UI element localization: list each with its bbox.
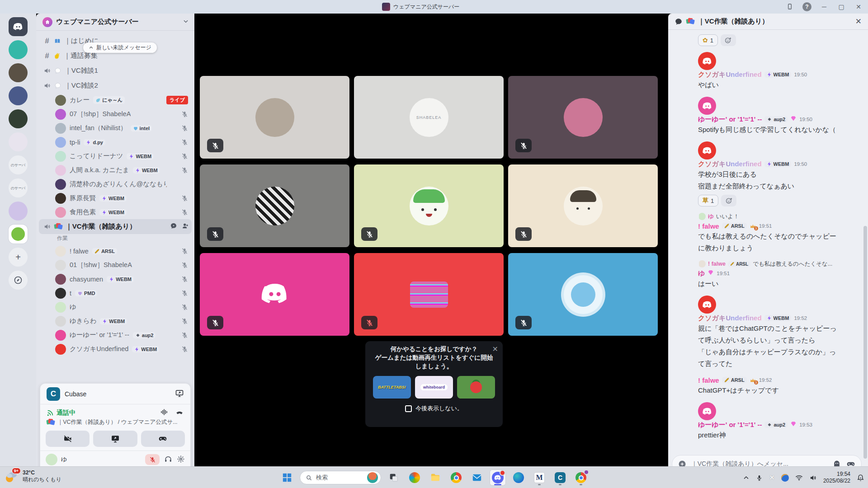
activity-thumbnail[interactable] (457, 376, 495, 399)
mic-muted-button[interactable] (145, 454, 160, 465)
server-icon[interactable] (9, 202, 28, 221)
participant-tile[interactable] (200, 253, 349, 336)
channel-chat-icon[interactable] (170, 222, 177, 231)
server-icon[interactable]: のサーバ (9, 155, 28, 174)
author-name[interactable]: ! falwe (698, 376, 719, 384)
participant-tile[interactable] (354, 253, 504, 336)
chat-message[interactable]: ゆいいよ！! falweARSL319:51でも私は教えるのへたくそなのでチャッ… (675, 212, 861, 254)
server-icon[interactable]: のサーバ (9, 178, 28, 197)
voice-member-row[interactable]: ゆ (39, 300, 192, 314)
chat-message[interactable]: ! falweARSLでも私は教えるのへたくそな...ゆ19:51はーい (675, 260, 861, 290)
server-icon[interactable] (9, 109, 28, 128)
participant-tile[interactable] (200, 76, 349, 159)
author-name[interactable]: ゆーゆー' or '1'='1' -- (698, 115, 762, 124)
help-icon[interactable]: ? (799, 1, 815, 13)
voice-member-row[interactable]: 人間 a.k.a. カニたまWEBM (39, 163, 192, 177)
tray-expand-icon[interactable] (743, 474, 750, 481)
edge-icon[interactable] (510, 469, 527, 486)
cubase-taskbar-icon[interactable]: C (552, 469, 568, 486)
avatar[interactable] (698, 402, 716, 420)
voice-member-row[interactable]: ! falweARSL (39, 244, 192, 258)
volume-icon[interactable] (809, 474, 817, 482)
avatar[interactable] (698, 97, 716, 115)
participant-tile[interactable] (508, 253, 658, 336)
chat-message[interactable]: ! falweARSL319:52ChatGPT+はチャップです (675, 375, 861, 396)
activity-thumbnail[interactable]: whiteboard (415, 376, 453, 399)
taskbar-weather-widget[interactable]: 9+ 32°C 晴れのちくもり (4, 469, 61, 484)
reaction-pill[interactable]: 草1 (698, 195, 718, 206)
wifi-icon[interactable] (795, 474, 803, 482)
chat-message[interactable]: クソガキUnderfinedWEBM19:52親に「巷ではChatGPTのことを… (675, 296, 861, 370)
activities-button[interactable] (141, 431, 185, 447)
voice-member-row[interactable]: こってりドーナツWEBM (39, 149, 192, 163)
voice-member-row[interactable]: 01［!shw］ShabeleA (39, 258, 192, 272)
server-icon[interactable] (9, 40, 28, 59)
add-reaction-button[interactable] (721, 195, 736, 206)
voice-member-row[interactable]: tPMD (39, 286, 192, 300)
stream-activity-icon[interactable] (175, 389, 184, 399)
close-icon[interactable]: ✕ (855, 17, 862, 26)
tray-app-ball-icon[interactable] (781, 474, 789, 482)
copilot-icon[interactable] (406, 469, 423, 486)
participant-tile[interactable] (200, 164, 349, 247)
chrome-icon[interactable] (448, 469, 464, 486)
channel-item[interactable]: ｜VC雑談2 (39, 78, 192, 93)
voice-member-row[interactable]: 食用色素WEBM (39, 205, 192, 219)
reaction-pill[interactable]: ✿1 (698, 34, 718, 46)
camera-off-button[interactable] (46, 431, 90, 447)
chat-message[interactable]: クソガキUnderfinedWEBM19:50やばい (675, 52, 861, 91)
close-icon[interactable]: ✕ (492, 345, 498, 353)
chrome-profile-icon[interactable] (573, 469, 589, 486)
mail-icon[interactable] (469, 469, 485, 486)
task-view-button[interactable] (386, 469, 402, 486)
voice-member-row[interactable]: intel_fan（Nihilist）intel (39, 121, 192, 135)
file-explorer-icon[interactable] (427, 469, 443, 486)
participant-tile[interactable] (508, 76, 658, 159)
add-server-button[interactable]: + (9, 248, 28, 267)
channel-item[interactable]: ｜VC作業（雑談あり） (39, 219, 192, 234)
author-name[interactable]: ゆ (698, 269, 705, 278)
chat-scrollbar[interactable] (863, 226, 867, 459)
voice-member-row[interactable]: ゆきらわWEBM (39, 314, 192, 328)
explore-servers-button[interactable] (9, 271, 28, 290)
new-unread-banner[interactable]: 新しい未読メッセージ (83, 42, 157, 53)
dont-show-again-checkbox[interactable] (405, 405, 412, 412)
voice-member-row[interactable]: クソガキUnderfinedWEBM (39, 342, 192, 356)
server-icon[interactable] (9, 132, 28, 151)
voice-member-row[interactable]: chasyumenWEBM (39, 272, 192, 286)
server-icon[interactable] (9, 63, 28, 82)
minimize-button[interactable]: ─ (816, 1, 832, 13)
voice-member-row[interactable]: カレーにゃ～んライブ (39, 93, 192, 107)
taskbar-search[interactable]: 検索 (300, 471, 381, 484)
voice-member-row[interactable]: 清楚枠のあざりんくん@ななもり。… (39, 177, 192, 191)
taskbar-clock[interactable]: 19:542025/08/22 (823, 471, 850, 484)
avatar[interactable] (698, 296, 716, 314)
screen-share-button[interactable] (93, 431, 137, 447)
author-name[interactable]: クソガキUnderfined (698, 70, 762, 79)
participant-tile[interactable] (354, 164, 504, 247)
discord-taskbar-icon[interactable] (490, 469, 506, 486)
settings-gear-icon[interactable] (177, 455, 185, 465)
author-name[interactable]: クソガキUnderfined (698, 160, 762, 169)
chat-message[interactable]: クソガキUnderfinedWEBM19:50学校が3日後にある宿題まだ全部終わ… (675, 141, 861, 206)
author-name[interactable]: ゆーゆー' or '1'='1' -- (698, 421, 762, 429)
voice-member-row[interactable]: 07［!shp］ShabeleA (39, 107, 192, 121)
reply-context[interactable]: ! falweARSLでも私は教えるのへたくそな... (699, 260, 861, 268)
activity-thumbnail[interactable]: BATTLETABS! (373, 376, 411, 399)
maximize-button[interactable]: ▢ (834, 1, 849, 13)
voice-member-row[interactable]: ゆーゆー' or '1'='1' --aup2 (39, 328, 192, 342)
message-input[interactable]: ｜VC作業（雑談あり）へメッセ... (672, 455, 862, 466)
call-location-row[interactable]: ｜VC作業（雑談あり） / ウェブマニア公式サ... (40, 418, 190, 430)
voice-activity-icon[interactable] (160, 408, 169, 418)
inbox-icon[interactable] (782, 1, 797, 13)
server-header[interactable]: ウェブマニア公式サーバー (36, 14, 194, 31)
discord-home-button[interactable] (9, 17, 28, 36)
avatar[interactable] (698, 52, 716, 70)
reply-context[interactable]: ゆいいよ！ (699, 212, 861, 221)
participant-tile[interactable]: SHABELEA (354, 76, 504, 159)
chat-message[interactable]: ゆーゆー' or '1'='1' --aup219:53prettier神 (675, 402, 861, 440)
avatar[interactable] (698, 141, 716, 160)
tray-app-x-icon[interactable]: ✕ (769, 474, 775, 482)
author-name[interactable]: クソガキUnderfined (698, 314, 762, 323)
gif-gamepad-icon[interactable] (846, 460, 856, 466)
